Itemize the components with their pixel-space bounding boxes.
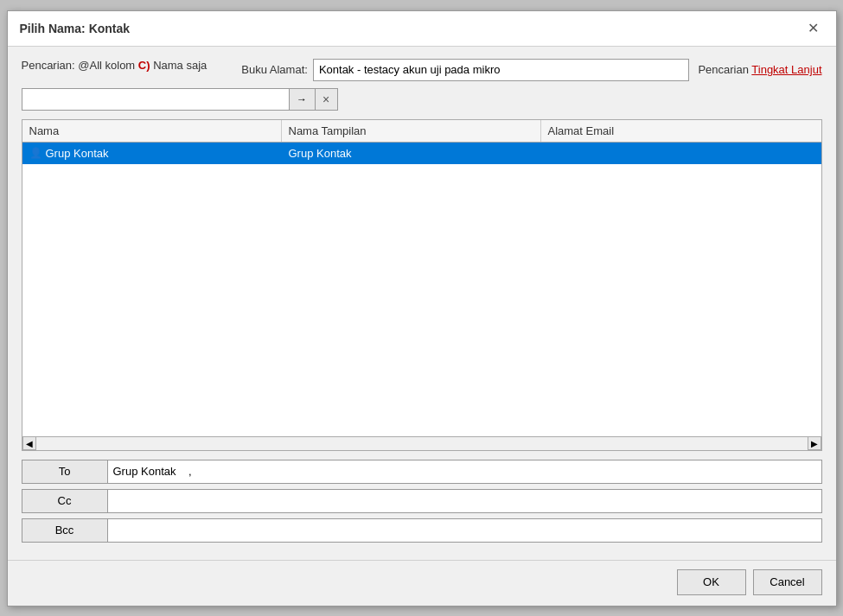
dialog-title: Pilih Nama: Kontak: [20, 22, 131, 35]
bcc-field-row: Bcc: [22, 518, 822, 543]
scroll-left-arrow[interactable]: ◀: [22, 436, 36, 450]
search-clear-button[interactable]: ×: [316, 88, 338, 111]
to-button[interactable]: To: [22, 460, 108, 484]
col-header-nama-tampilan: Nama Tampilan: [282, 120, 541, 142]
buku-alamat-section: Buku Alamat: Pencarian Tingkat Lanjut: [241, 59, 821, 81]
search-arrow-button[interactable]: →: [290, 88, 316, 111]
table-header: Nama Nama Tampilan Alamat Email: [22, 120, 821, 143]
ok-button[interactable]: OK: [677, 569, 746, 595]
scroll-right-arrow[interactable]: ▶: [808, 436, 821, 450]
contacts-table: Nama Nama Tampilan Alamat Email 👤 Grup K…: [22, 119, 822, 451]
bcc-input[interactable]: [108, 518, 822, 543]
buku-alamat-input[interactable]: [313, 59, 690, 81]
person-icon: 👤: [29, 147, 42, 159]
dialog-body: Pencarian: @All kolom C) Nama saja Buku …: [8, 47, 836, 560]
bcc-button[interactable]: Bcc: [22, 518, 108, 543]
col-header-alamat-email: Alamat Email: [541, 120, 821, 142]
title-bar: Pilih Nama: Kontak ✕: [8, 11, 836, 47]
table-row[interactable]: 👤 Grup Kontak Grup Kontak: [22, 143, 821, 164]
cc-button[interactable]: Cc: [22, 489, 108, 513]
cc-input[interactable]: [108, 489, 822, 513]
cell-nama-tampilan: Grup Kontak: [282, 143, 541, 164]
cc-field-row: Cc: [22, 489, 822, 513]
to-field-row: To: [22, 460, 822, 484]
cell-alamat-email: [541, 143, 821, 164]
horizontal-scrollbar[interactable]: ◀ ▶: [22, 436, 821, 450]
cancel-button[interactable]: Cancel: [753, 569, 822, 595]
fields-section: To Cc Bcc: [22, 460, 822, 543]
search-label: Pencarian: @All kolom C) Nama saja: [22, 59, 208, 72]
close-button[interactable]: ✕: [802, 20, 824, 37]
cell-nama: 👤 Grup Kontak: [22, 143, 282, 164]
col-header-nama: Nama: [22, 120, 282, 142]
dialog-footer: OK Cancel: [8, 560, 836, 604]
buku-alamat-label: Buku Alamat:: [241, 63, 308, 76]
advanced-search-link[interactable]: Pencarian Tingkat Lanjut: [698, 63, 821, 76]
search-input-row: → ×: [22, 88, 822, 111]
to-input[interactable]: [108, 460, 822, 484]
dialog-container: Pilih Nama: Kontak ✕ Pencarian: @All kol…: [7, 10, 837, 606]
search-input[interactable]: [22, 88, 290, 111]
table-body[interactable]: 👤 Grup Kontak Grup Kontak: [22, 143, 821, 436]
